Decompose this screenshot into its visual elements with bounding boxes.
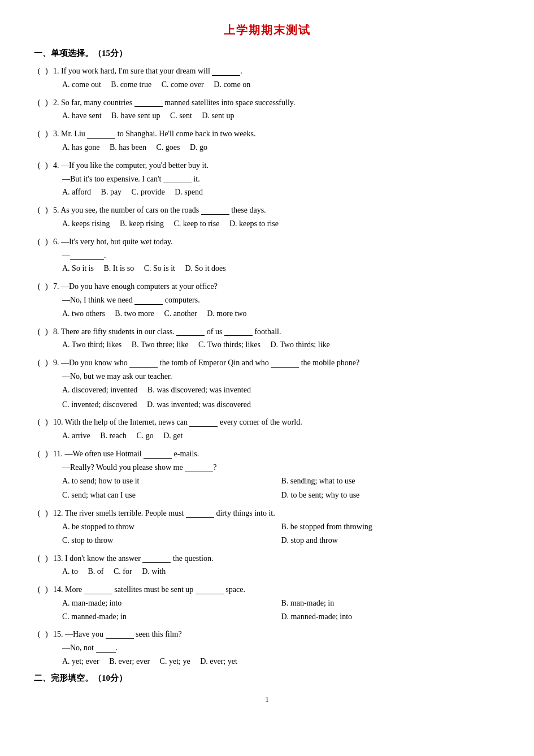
options: A. arrive B. reach C. go D. get [34,429,500,443]
options-a: A. discovered; invented B. was discovere… [34,383,500,397]
options: A. keeps rising B. keep rising C. keep t… [34,217,500,231]
options: A. afford B. pay C. provide D. spend [34,185,500,199]
blank [186,510,214,518]
question-7: ( ) 7. —Do you have enough computers at … [34,280,500,320]
question-6: ( ) 6. —It's very hot, but quite wet tod… [34,235,500,275]
question-2: ( ) 2. So far, many countries manned sat… [34,96,500,123]
blank [70,252,104,260]
blank [87,131,115,139]
section2-title: 二、完形填空。（10分） [34,673,500,684]
blank [142,555,171,563]
option-c: C. manned-made; in [62,610,281,624]
blank2 [224,328,253,336]
blank2 [96,645,116,653]
options: A. Two third; likes B. Two three; like C… [34,338,500,352]
blank [189,419,218,427]
option-c: C. stop to throw [62,534,281,547]
page-number: 1 [34,695,500,704]
blank [134,297,163,305]
question-8: ( ) 8. There are fifty students in our c… [34,325,500,352]
question-9: ( ) 9. —Do you know who the tomb of Empe… [34,356,500,411]
blank [201,207,229,215]
page-title: 上学期期末测试 [34,23,500,38]
blank [84,586,112,594]
question-10: ( ) 10. With the help of the Internet, n… [34,416,500,443]
options: A. come out B. come true C. come over D.… [34,78,500,92]
blank [129,360,158,368]
blank2 [271,360,299,368]
option-b: B. man-made; in [281,597,501,610]
options: A. So it is B. It is so C. So is it D. S… [34,262,500,275]
options-a: A. to send; how to use it B. sending; wh… [34,474,500,488]
blank [106,631,134,639]
options: A. have sent B. have sent up C. sent D. … [34,109,500,123]
question-4: ( ) 4. —If you like the computer, you'd … [34,159,500,199]
question-11: ( ) 11. —We often use Hotmail e-mails. —… [34,447,500,502]
options: A. yet; ever B. ever; ever C. yet; ye D.… [34,655,500,668]
blank [163,175,192,183]
blank [134,99,163,107]
option-d: D. manned-made; into [281,610,501,624]
options-c: C. send; what can I use D. to be sent; w… [34,489,500,502]
blank2 [196,586,224,594]
question-13: ( ) 13. I don't know the answer the ques… [34,552,500,579]
blank [212,68,240,76]
question-3: ( ) 3. Mr. Liu to Shanghai. He'll come b… [34,127,500,154]
question-14: ( ) 14. More satellites must be sent up … [34,583,500,623]
options: A. to B. of C. for D. with [34,565,500,578]
blank2 [185,464,213,472]
question-15: ( ) 15. —Have you seen this film? —No, n… [34,628,500,668]
option-a: A. be stopped to throw [62,520,281,534]
option-d: D. stop and throw [281,534,501,547]
blank [144,451,172,459]
question-1: ( ) 1. If you work hard, I'm sure that y… [34,64,500,92]
option-a: A. man-made; into [62,597,281,610]
question-12: ( ) 12. The river smells terrible. Peopl… [34,507,500,547]
paren-close: ) [45,64,51,78]
blank [176,328,205,336]
question-5: ( ) 5. As you see, the number of cars on… [34,204,500,231]
options: A. has gone B. has been C. goes D. go [34,141,500,154]
option-b: B. be stopped from throwing [281,520,501,534]
options-c: C. invented; discovered D. was invented;… [34,398,500,412]
options: A. two others B. two more C. another D. … [34,307,500,321]
section1-title: 一、单项选择。（15分） [34,48,500,59]
paren-open: ( [34,64,44,78]
